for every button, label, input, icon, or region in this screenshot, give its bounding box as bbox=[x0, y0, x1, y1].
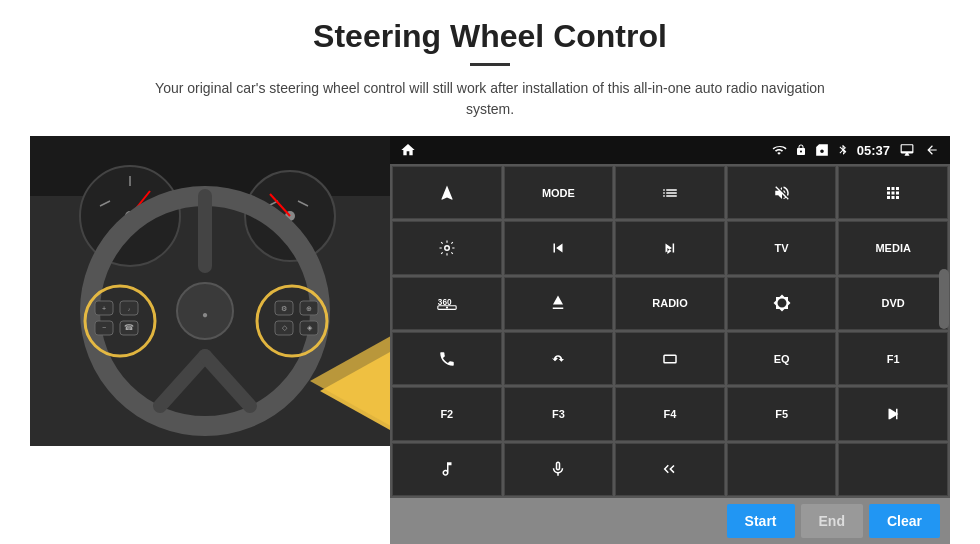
btn-prev[interactable] bbox=[504, 221, 614, 274]
btn-phone[interactable] bbox=[392, 332, 502, 385]
svg-text:●: ● bbox=[202, 309, 208, 320]
status-left bbox=[400, 142, 416, 158]
btn-mute[interactable] bbox=[727, 166, 837, 219]
svg-text:☎: ☎ bbox=[124, 323, 134, 332]
btn-empty2[interactable] bbox=[838, 443, 948, 496]
home-icon bbox=[400, 142, 416, 158]
scroll-indicator bbox=[939, 269, 949, 329]
status-right: 05:37 bbox=[771, 143, 940, 158]
btn-settings[interactable] bbox=[392, 221, 502, 274]
btn-f5[interactable]: F5 bbox=[727, 387, 837, 440]
sim-icon bbox=[815, 143, 829, 157]
start-button[interactable]: Start bbox=[727, 504, 795, 538]
btn-rectangle[interactable] bbox=[615, 332, 725, 385]
steering-wheel-image: ● + − ♪ ☎ ⚙ ◇ ⊕ bbox=[30, 136, 390, 446]
btn-empty1[interactable] bbox=[727, 443, 837, 496]
end-button[interactable]: End bbox=[801, 504, 863, 538]
btn-dvd[interactable]: DVD bbox=[838, 277, 948, 330]
svg-text:−: − bbox=[102, 324, 106, 331]
btn-media[interactable]: MEDIA bbox=[838, 221, 948, 274]
btn-radio[interactable]: RADIO bbox=[615, 277, 725, 330]
svg-point-32 bbox=[446, 307, 448, 309]
btn-f3[interactable]: F3 bbox=[504, 387, 614, 440]
btn-nav[interactable] bbox=[392, 166, 502, 219]
page-subtitle: Your original car's steering wheel contr… bbox=[140, 78, 840, 120]
content-area: ● + − ♪ ☎ ⚙ ◇ ⊕ bbox=[30, 136, 950, 544]
svg-rect-33 bbox=[664, 355, 676, 363]
btn-eq[interactable]: EQ bbox=[727, 332, 837, 385]
btn-next[interactable] bbox=[615, 221, 725, 274]
btn-mic[interactable] bbox=[504, 443, 614, 496]
btn-playpause[interactable] bbox=[838, 387, 948, 440]
btn-f4[interactable]: F4 bbox=[615, 387, 725, 440]
clock-display: 05:37 bbox=[857, 143, 890, 158]
page-title: Steering Wheel Control bbox=[313, 18, 667, 55]
btn-mode[interactable]: MODE bbox=[504, 166, 614, 219]
btn-vol-down-up[interactable] bbox=[615, 443, 725, 496]
back-icon bbox=[924, 143, 940, 157]
btn-swipe[interactable] bbox=[504, 332, 614, 385]
btn-tv[interactable]: TV bbox=[727, 221, 837, 274]
svg-text:⊕: ⊕ bbox=[306, 305, 312, 312]
btn-list[interactable] bbox=[615, 166, 725, 219]
svg-point-29 bbox=[445, 246, 450, 251]
btn-music[interactable] bbox=[392, 443, 502, 496]
bottom-bar: Start End Clear bbox=[390, 498, 950, 544]
btn-apps[interactable] bbox=[838, 166, 948, 219]
svg-text:⚙: ⚙ bbox=[281, 305, 287, 312]
btn-brightness[interactable] bbox=[727, 277, 837, 330]
btn-f2[interactable]: F2 bbox=[392, 387, 502, 440]
button-grid: MODE bbox=[390, 164, 950, 498]
btn-360cam[interactable]: 360 bbox=[392, 277, 502, 330]
btn-eject[interactable] bbox=[504, 277, 614, 330]
svg-text:+: + bbox=[102, 305, 106, 312]
clear-button[interactable]: Clear bbox=[869, 504, 940, 538]
title-divider bbox=[470, 63, 510, 66]
page-container: Steering Wheel Control Your original car… bbox=[0, 0, 980, 544]
lock-icon bbox=[795, 143, 807, 157]
head-unit-panel: 05:37 MODE bbox=[390, 136, 950, 544]
wifi-icon bbox=[771, 143, 787, 157]
bluetooth-icon bbox=[837, 143, 849, 157]
status-bar: 05:37 bbox=[390, 136, 950, 164]
screen-icon bbox=[898, 143, 916, 157]
btn-f1[interactable]: F1 bbox=[838, 332, 948, 385]
